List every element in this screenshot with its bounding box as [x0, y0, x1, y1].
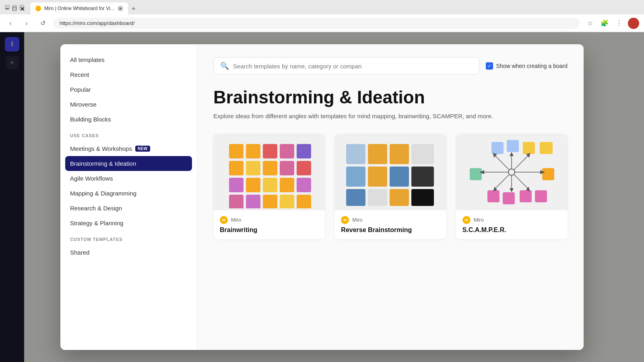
browser-menu-icon[interactable]: ⋮ — [613, 18, 625, 29]
scamper-svg — [463, 136, 560, 208]
svg-rect-25 — [368, 189, 387, 206]
template-author-scamper: M Miro — [462, 216, 561, 224]
svg-point-42 — [508, 169, 515, 175]
sidebar-item-agile-workflows[interactable]: Agile Workflows — [60, 171, 197, 186]
browser-action-icons: ☆ 🧩 ⋮ — [584, 18, 639, 29]
svg-rect-11 — [246, 178, 260, 192]
search-input-wrapper[interactable]: 🔍 — [213, 57, 479, 75]
tab-favicon — [35, 6, 41, 11]
sidebar-item-miroverse[interactable]: Miroverse — [60, 97, 197, 112]
reverse-brainstorming-svg — [342, 136, 439, 208]
browser-titlebar: − □ ✕ Miro | Online Whiteboard for Vi...… — [0, 0, 644, 14]
maximize-button[interactable]: □ — [12, 5, 17, 10]
svg-rect-35 — [540, 142, 553, 154]
modal-main: 🔍 ✓ Show when creating a board Brainstor… — [197, 44, 584, 350]
template-info-scamper: M Miro S.C.A.M.P.E.R. — [456, 210, 568, 239]
template-name-scamper: S.C.A.M.P.E.R. — [462, 226, 561, 234]
svg-rect-31 — [411, 189, 434, 206]
svg-rect-38 — [487, 190, 500, 202]
close-window-button[interactable]: ✕ — [19, 5, 24, 10]
active-tab[interactable]: Miro | Online Whiteboard for Vi... ✕ — [31, 2, 128, 14]
svg-rect-34 — [523, 142, 535, 154]
nav-refresh-button[interactable]: ↺ — [37, 18, 48, 29]
svg-line-55 — [514, 175, 528, 188]
svg-rect-24 — [368, 167, 387, 187]
template-info-brainwriting: M Miro Brainwriting — [213, 210, 325, 239]
template-name-brainwriting: Brainwriting — [220, 226, 318, 234]
search-input[interactable] — [233, 63, 473, 70]
svg-rect-4 — [297, 144, 311, 158]
svg-rect-7 — [263, 161, 277, 175]
search-bar: 🔍 ✓ Show when creating a board — [213, 57, 568, 75]
author-name-3: Miro — [474, 217, 484, 223]
tab-title: Miro | Online Whiteboard for Vi... — [44, 6, 114, 11]
bookmark-icon[interactable]: ☆ — [584, 18, 596, 29]
tab-bar: Miro | Online Whiteboard for Vi... ✕ + — [27, 0, 142, 14]
nav-forward-button[interactable]: › — [21, 18, 32, 29]
template-thumbnail-scamper — [456, 134, 568, 210]
svg-rect-33 — [507, 140, 519, 152]
svg-marker-46 — [510, 188, 514, 192]
svg-rect-37 — [542, 168, 554, 180]
url-input[interactable] — [53, 18, 580, 29]
template-card-brainwriting[interactable]: M Miro Brainwriting — [213, 134, 325, 239]
template-author-reverse: M Miro — [341, 216, 440, 224]
sidebar-item-all-templates[interactable]: All templates — [60, 52, 197, 67]
svg-rect-2 — [263, 144, 277, 158]
window-controls: − □ ✕ — [5, 5, 24, 10]
minimize-button[interactable]: − — [5, 5, 10, 10]
tab-close-button[interactable]: ✕ — [118, 6, 123, 11]
svg-rect-27 — [390, 167, 409, 187]
svg-rect-32 — [491, 142, 504, 154]
sidebar-item-recent[interactable]: Recent — [60, 67, 197, 82]
sidebar-item-research-design[interactable]: Research & Design — [60, 201, 197, 216]
svg-rect-17 — [263, 195, 277, 208]
miro-icon-2: M — [341, 216, 349, 224]
profile-avatar[interactable] — [628, 18, 639, 29]
extensions-icon[interactable]: 🧩 — [599, 18, 610, 29]
svg-rect-19 — [297, 195, 311, 208]
custom-templates-section-label: CUSTOM TEMPLATES — [60, 230, 197, 245]
sidebar-item-brainstorming-ideation[interactable]: Brainstorming & Ideation — [65, 156, 192, 171]
author-name-2: Miro — [352, 217, 362, 223]
svg-rect-41 — [535, 190, 547, 202]
svg-rect-29 — [411, 144, 434, 164]
sidebar-item-strategy-planning[interactable]: Strategy & Planning — [60, 216, 197, 230]
sidebar-item-popular[interactable]: Popular — [60, 82, 197, 97]
template-thumbnail-brainwriting — [213, 134, 325, 210]
svg-rect-36 — [470, 168, 482, 180]
template-card-reverse-brainstorming[interactable]: M Miro Reverse Brainstorming — [334, 134, 446, 239]
svg-line-51 — [514, 156, 528, 170]
svg-rect-6 — [246, 161, 260, 175]
template-author-brainwriting: M Miro — [220, 216, 318, 224]
svg-rect-16 — [246, 195, 260, 208]
svg-rect-12 — [263, 178, 277, 192]
svg-rect-22 — [346, 189, 365, 206]
new-badge: NEW — [135, 146, 150, 152]
template-thumbnail-reverse-brainstorming — [334, 134, 446, 210]
svg-rect-15 — [229, 195, 244, 208]
svg-rect-13 — [280, 178, 294, 192]
sidebar-item-building-blocks[interactable]: Building Blocks — [60, 112, 197, 127]
browser-chrome: − □ ✕ Miro | Online Whiteboard for Vi...… — [0, 0, 644, 32]
svg-rect-8 — [280, 161, 294, 175]
template-grid: M Miro Brainwriting — [213, 134, 568, 239]
svg-rect-18 — [280, 195, 294, 208]
svg-rect-21 — [346, 167, 365, 187]
template-modal: All templates Recent Popular Miroverse B… — [60, 44, 584, 350]
svg-rect-5 — [229, 161, 244, 175]
svg-line-53 — [495, 156, 509, 170]
new-tab-button[interactable]: + — [128, 3, 139, 14]
template-card-scamper[interactable]: M Miro S.C.A.M.P.E.R. — [456, 134, 568, 239]
sidebar-item-mapping-diagramming[interactable]: Mapping & Diagramming — [60, 186, 197, 201]
show-when-creating-checkbox[interactable]: ✓ Show when creating a board — [486, 62, 568, 70]
svg-marker-44 — [510, 152, 514, 156]
template-name-reverse: Reverse Brainstorming — [341, 226, 440, 234]
sidebar-item-meetings-workshops[interactable]: Meetings & Workshops NEW — [60, 141, 197, 156]
sidebar-item-shared[interactable]: Shared — [60, 245, 197, 260]
svg-rect-30 — [411, 167, 434, 187]
author-name: Miro — [231, 217, 241, 223]
nav-back-button[interactable]: ‹ — [5, 18, 16, 29]
modal-sidebar: All templates Recent Popular Miroverse B… — [60, 44, 197, 350]
svg-rect-26 — [390, 144, 409, 164]
